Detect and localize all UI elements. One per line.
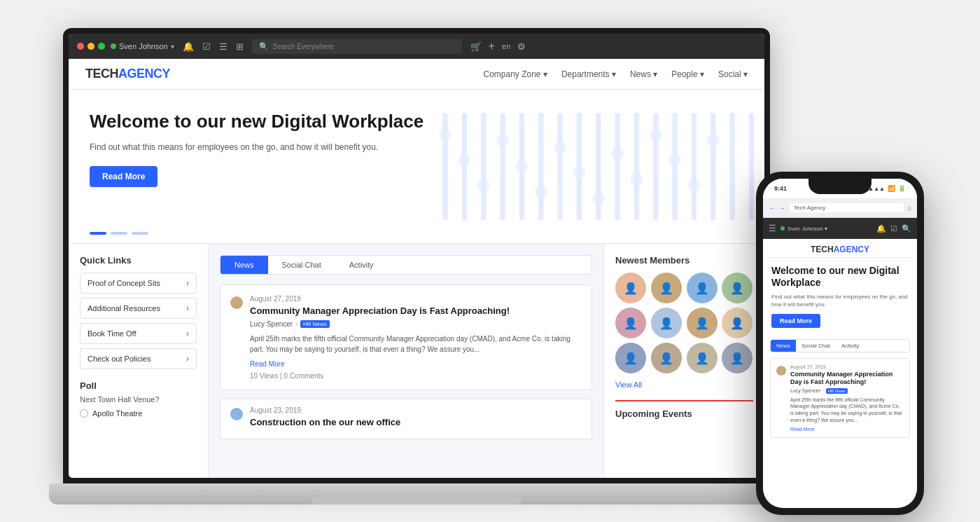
poll-radio-1[interactable]: [80, 409, 88, 418]
laptop: Sven Johnson ▾ 🔔 ☑ ☰ ⊞ 🔍 Search Everywhe…: [49, 28, 784, 504]
member-7: 👤: [687, 308, 718, 338]
laptop-screen: Sven Johnson ▾ 🔔 ☑ ☰ ⊞ 🔍 Search Everywhe…: [69, 34, 764, 478]
news-date-2: August 23, 2019: [250, 406, 582, 414]
hero-title: Welcome to our new Digital Workplace: [90, 111, 743, 132]
poll-option-1[interactable]: Apollo Theatre: [80, 409, 197, 418]
checkmark-icon[interactable]: ☑: [202, 41, 211, 52]
phone-logo-agency: AGENCY: [834, 245, 869, 254]
laptop-base: [312, 497, 522, 504]
poll-section: Poll Next Town Hall Venue? Apollo Theatr…: [80, 380, 197, 418]
nav-people-label: People ▾: [671, 69, 704, 79]
phone-hero-cta[interactable]: Read More: [771, 314, 820, 328]
poll-option-1-label: Apollo Theatre: [92, 409, 142, 418]
search-placeholder: Search Everywhere: [273, 43, 334, 50]
quick-link-policies[interactable]: Check out Policies ›: [80, 348, 197, 369]
logo-tech: TECH: [85, 67, 118, 81]
phone-tabs: News Social Chat Activity: [770, 339, 910, 352]
author-name-1: Lucy Spencer: [250, 320, 293, 328]
phone-tab-news[interactable]: News: [771, 340, 796, 352]
phone-url-text: Tech Agency: [794, 205, 825, 211]
member-6: 👤: [651, 308, 682, 338]
phone-notch: [808, 179, 872, 194]
phone-browser-bar: ← → Tech Agency ⌂: [763, 198, 917, 218]
phone-tab-social[interactable]: Social Chat: [796, 340, 836, 352]
minimize-dot[interactable]: [88, 43, 94, 50]
grid-icon[interactable]: ⊞: [236, 41, 244, 52]
upcoming-events-title: Upcoming Events: [615, 400, 753, 419]
phone-tab-activity[interactable]: Activity: [836, 340, 864, 352]
add-icon[interactable]: +: [489, 40, 495, 53]
phone-news-title: Community Manager Appreciation Day is Fa…: [790, 371, 904, 386]
nav-news[interactable]: News ▾: [630, 69, 657, 79]
feed-area: News Social Chat Activity August 27, 201…: [209, 244, 603, 478]
hero-cta-button[interactable]: Read More: [90, 166, 158, 187]
search-bar[interactable]: 🔍 Search Everywhere: [252, 39, 462, 54]
quick-link-resources-label: Additional Resources: [88, 304, 160, 312]
chevron-right-icon-4: ›: [186, 354, 189, 364]
phone-forward-icon[interactable]: →: [779, 205, 785, 212]
news-body-1: April 25th marks the fifth official Comm…: [250, 334, 582, 355]
nav-social[interactable]: Social ▾: [718, 69, 748, 79]
member-8: 👤: [722, 308, 752, 338]
phone-time: 9:41: [774, 185, 787, 192]
maximize-dot[interactable]: [98, 43, 105, 50]
settings-icon[interactable]: ⚙: [517, 41, 526, 52]
member-12: 👤: [722, 343, 752, 373]
user-name: Sven Johnson: [119, 42, 168, 50]
member-10: 👤: [651, 343, 682, 373]
phone-author-avatar: [776, 366, 786, 376]
sidebar: Quick Links Proof of Concept Sits › Addi…: [69, 244, 209, 478]
chevron-right-icon-1: ›: [186, 278, 189, 288]
laptop-screen-outer: Sven Johnson ▾ 🔔 ☑ ☰ ⊞ 🔍 Search Everywhe…: [63, 28, 770, 483]
tab-activity[interactable]: Activity: [335, 256, 388, 274]
phone-home-icon[interactable]: ⌂: [908, 205, 911, 212]
nav-departments[interactable]: Departments ▾: [561, 69, 616, 79]
phone-read-more-link[interactable]: Read More: [790, 427, 904, 432]
main-content: Quick Links Proof of Concept Sits › Addi…: [69, 244, 764, 478]
phone-status-icons: ▲▲▲ 📶 🔋: [868, 185, 906, 192]
right-icons: 🛒 + en ⚙: [470, 40, 526, 53]
user-info: Sven Johnson ▾: [111, 42, 174, 50]
right-panel: Newest Members 👤 👤 👤 👤 👤 👤 👤: [603, 244, 764, 478]
poll-question: Next Town Hall Venue?: [80, 395, 197, 404]
cart-icon[interactable]: 🛒: [470, 41, 482, 52]
phone-back-icon[interactable]: ←: [769, 205, 775, 212]
news-read-more-1[interactable]: Read More: [250, 360, 582, 368]
quick-link-proof[interactable]: Proof of Concept Sits ›: [80, 273, 197, 294]
hero-content: Welcome to our new Digital Workplace Fin…: [69, 90, 764, 243]
tab-social-chat[interactable]: Social Chat: [268, 256, 335, 274]
nav-company-zone-label: Company Zone ▾: [484, 69, 547, 79]
nav-bar: TECHAGENCY Company Zone ▾ Departments ▾ …: [69, 59, 764, 90]
author-avatar-2: [230, 408, 243, 420]
quick-link-timeoff[interactable]: Book Time Off ›: [80, 323, 197, 344]
browser-dots: [77, 43, 105, 50]
phone-author-name: Lucy Spencer: [790, 388, 820, 393]
news-date-1: August 27, 2019: [250, 295, 582, 303]
browser-bar: Sven Johnson ▾ 🔔 ☑ ☰ ⊞ 🔍 Search Everywhe…: [69, 34, 764, 59]
phone-hamburger-icon[interactable]: ☰: [769, 224, 776, 233]
phone-news-date: August 27, 2019: [790, 364, 904, 369]
nav-people[interactable]: People ▾: [671, 69, 704, 79]
chevron-right-icon-2: ›: [186, 303, 189, 313]
quick-link-resources[interactable]: Additional Resources ›: [80, 298, 197, 319]
nav-departments-label: Departments ▾: [561, 69, 616, 79]
close-dot[interactable]: [77, 43, 84, 50]
phone-logo: TECHAGENCY: [763, 239, 917, 258]
user-bar: Sven Johnson ▾ 🔔 ☑ ☰ ⊞ 🔍 Search Everywhe…: [111, 39, 756, 54]
phone-url-bar[interactable]: Tech Agency: [790, 203, 904, 212]
list-icon[interactable]: ☰: [219, 41, 227, 52]
view-all-link[interactable]: View All: [615, 380, 753, 389]
phone-search-icon[interactable]: 🔍: [902, 224, 911, 233]
phone: 9:41 ▲▲▲ 📶 🔋 ← → Tech Agency ⌂ ☰: [756, 172, 924, 515]
separator-1: ·: [295, 320, 298, 328]
phone-separator: ·: [822, 388, 824, 393]
user-dropdown-icon[interactable]: ▾: [171, 43, 174, 50]
tab-news[interactable]: News: [220, 256, 268, 274]
bell-icon[interactable]: 🔔: [183, 41, 194, 52]
phone-notifications-icon[interactable]: 🔔: [876, 224, 886, 233]
toolbar-icons: 🔔 ☑ ☰ ⊞: [183, 41, 244, 52]
lang-selector[interactable]: en: [502, 42, 510, 50]
phone-logo-tech: TECH: [811, 245, 834, 254]
phone-checkmarks-icon[interactable]: ☑: [890, 224, 897, 233]
nav-company-zone[interactable]: Company Zone ▾: [484, 69, 547, 79]
